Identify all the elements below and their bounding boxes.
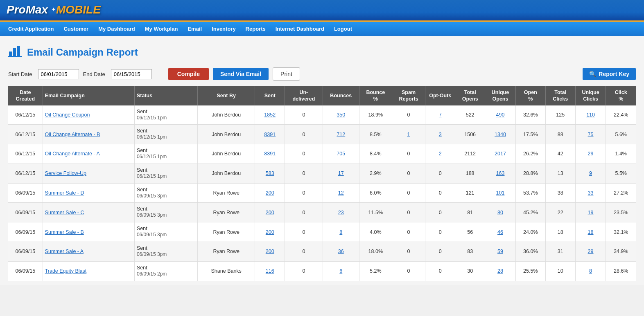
col-header-click-pct: Click%: [606, 86, 636, 105]
status-text: Sent06/09/15 3pm: [137, 226, 167, 238]
col-header-sentby: Sent By: [198, 86, 255, 105]
col-header-spam: SpamReports: [392, 86, 425, 105]
status-cell: Sent06/09/15 3pm: [134, 203, 197, 222]
logo-mobile: MOBILE: [56, 3, 101, 16]
campaign-table: DateCreated Email Campaign Status Sent B…: [8, 86, 636, 281]
data-table-wrap: DateCreated Email Campaign Status Sent B…: [8, 86, 636, 281]
status-text: Sent06/09/15 2pm: [137, 265, 167, 277]
send-email-button[interactable]: Send Via Email: [213, 68, 269, 80]
main-nav: Credit Application Customer My Dashboard…: [0, 22, 644, 36]
table-row: 06/09/15Summer Sale - ASent06/09/15 3pmR…: [8, 242, 636, 262]
campaign-link[interactable]: Summer Sale - D: [45, 190, 84, 196]
nav-email[interactable]: Email: [183, 22, 207, 36]
table-row: 06/09/15Summer Sale - CSent06/09/15 3pmR…: [8, 203, 636, 222]
nav-customer[interactable]: Customer: [59, 22, 93, 36]
nav-logout[interactable]: Logout: [329, 22, 357, 36]
nav-inventory[interactable]: Inventory: [207, 22, 241, 36]
table-row: 06/09/15Summer Sale - DSent06/09/15 3pmR…: [8, 183, 636, 203]
campaign-link[interactable]: Oil Change Coupon: [45, 112, 90, 118]
page-title: Email Campaign Report: [27, 47, 138, 58]
status-text: Sent06/09/15 3pm: [137, 245, 167, 257]
status-cell: Sent06/09/15 3pm: [134, 222, 197, 242]
nav-internet-dashboard[interactable]: Internet Dashboard: [271, 22, 329, 36]
col-header-status: Status: [134, 86, 197, 105]
campaign-link[interactable]: Summer Sale - B: [45, 229, 84, 235]
table-row: 06/12/15Oil Change Alternate - BSent06/1…: [8, 125, 636, 144]
col-header-bounce-pct: Bounce%: [359, 86, 392, 105]
status-cell: Sent06/12/15 1pm: [134, 144, 197, 164]
status-cell: Sent06/12/15 1pm: [134, 125, 197, 144]
col-header-bounces: Bounces: [323, 86, 359, 105]
header: ProMax ✦MOBILE: [0, 0, 644, 22]
col-header-unique-opens: Unique Opens: [485, 86, 516, 105]
main-content: Email Campaign Report Start Date End Dat…: [0, 36, 644, 285]
logo-pro: Pro: [7, 3, 26, 16]
svg-rect-1: [13, 48, 16, 56]
status-text: Sent06/12/15 1pm: [137, 109, 167, 121]
toolbar: Start Date End Date Compile Send Via Ema…: [8, 67, 636, 81]
table-row: 06/12/15Oil Change Alternate - ASent06/1…: [8, 144, 636, 164]
col-header-sent: Sent: [255, 86, 285, 105]
report-key-button[interactable]: 🔍 Report Key: [583, 68, 636, 80]
status-cell: Sent06/09/15 3pm: [134, 242, 197, 262]
table-row: 06/12/15Service Follow-UpSent06/12/15 1p…: [8, 164, 636, 183]
campaign-link[interactable]: Trade Equity Blast: [45, 268, 87, 274]
search-icon: 🔍: [589, 71, 596, 77]
status-text: Sent06/12/15 1pm: [137, 148, 167, 159]
col-header-optouts: Opt-Outs: [425, 86, 455, 105]
status-cell: Sent06/09/15 2pm: [134, 261, 197, 281]
status-text: Sent06/12/15 1pm: [137, 128, 167, 140]
logo-max: Max: [26, 3, 51, 16]
campaign-link[interactable]: Oil Change Alternate - B: [45, 132, 100, 137]
table-row: 06/12/15Oil Change CouponSent06/12/15 1p…: [8, 105, 636, 125]
campaign-link[interactable]: Oil Change Alternate - A: [45, 151, 100, 157]
status-cell: Sent06/12/15 1pm: [134, 105, 197, 125]
status-text: Sent06/09/15 3pm: [137, 187, 167, 199]
table-row: 06/09/15Summer Sale - BSent06/09/15 3pmR…: [8, 222, 636, 242]
svg-rect-0: [9, 52, 12, 56]
nav-reports[interactable]: Reports: [241, 22, 271, 36]
campaign-link[interactable]: Summer Sale - C: [45, 210, 84, 215]
col-header-date: DateCreated: [8, 86, 43, 105]
start-date-label: Start Date: [8, 71, 32, 77]
nav-credit-application[interactable]: Credit Application: [3, 22, 59, 36]
col-header-unique-clicks: Unique Clicks: [575, 86, 606, 105]
col-header-total-opens: Total Opens: [455, 86, 485, 105]
col-header-campaign: Email Campaign: [43, 86, 134, 105]
col-header-undelivered: Un-delivered: [285, 86, 323, 105]
col-header-open-pct: Open%: [515, 86, 545, 105]
logo: ProMax ✦MOBILE: [7, 3, 101, 16]
status-cell: Sent06/09/15 3pm: [134, 183, 197, 203]
logo-star: ✦: [51, 6, 56, 13]
status-cell: Sent06/12/15 1pm: [134, 164, 197, 183]
chart-icon: [8, 44, 23, 60]
campaign-link[interactable]: Service Follow-Up: [45, 170, 86, 176]
status-text: Sent06/12/15 1pm: [137, 167, 167, 179]
end-date-label: End Date: [83, 71, 105, 77]
col-header-total-clicks: Total Clicks: [545, 86, 575, 105]
campaign-link[interactable]: Summer Sale - A: [45, 249, 84, 254]
nav-my-workplan[interactable]: My Workplan: [140, 22, 183, 36]
nav-my-dashboard[interactable]: My Dashboard: [93, 22, 140, 36]
compile-button[interactable]: Compile: [168, 68, 209, 80]
table-row: 06/09/15Trade Equity BlastSent06/09/15 2…: [8, 261, 636, 281]
end-date-input[interactable]: [111, 69, 152, 79]
status-text: Sent06/09/15 3pm: [137, 206, 167, 218]
svg-rect-2: [17, 46, 20, 56]
print-button[interactable]: Print: [273, 67, 300, 81]
start-date-input[interactable]: [38, 69, 79, 79]
report-key-label: Report Key: [599, 71, 629, 77]
page-title-area: Email Campaign Report: [8, 44, 636, 60]
